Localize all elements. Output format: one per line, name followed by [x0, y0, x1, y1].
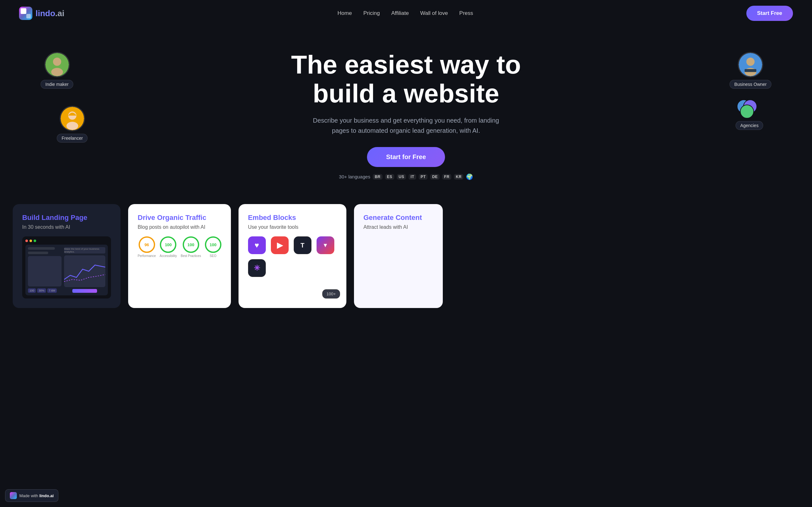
feature-card-generate-content: Generate Content Attract leads with AI: [354, 204, 443, 308]
avatar-agencies: Agencies: [735, 100, 763, 130]
made-with-logo-icon: [10, 492, 17, 499]
landing-page-subtitle: In 30 seconds with AI: [22, 224, 111, 230]
avatar-business-owner-image: [738, 52, 763, 77]
generate-content-subtitle: Attract leads with AI: [363, 224, 433, 230]
nav-press[interactable]: Press: [459, 10, 473, 16]
agencies-avatar-group: [737, 100, 762, 118]
organic-traffic-subtitle: Blog posts on autopilot with AI: [138, 224, 221, 230]
seo-best-practices-score: 100: [183, 236, 199, 253]
stat-3: 7.6M: [47, 288, 57, 293]
seo-performance: 96 Performance: [138, 236, 156, 258]
hero-title: The easiest way to build a website: [291, 50, 521, 107]
mock-cta-bar: [72, 289, 97, 293]
mock-screen: 100 30% 7.6M Make the best of your busin…: [26, 245, 108, 295]
seo-accessibility: 100 Accessibility: [159, 236, 177, 258]
mock-browser: 100 30% 7.6M Make the best of your busin…: [22, 236, 111, 298]
seo-accessibility-score: 100: [160, 236, 176, 253]
seo-performance-label: Performance: [138, 254, 156, 258]
svg-point-7: [746, 58, 755, 66]
seo-best-practices: 100 Best Practices: [181, 236, 201, 258]
seo-seo-label: SEO: [210, 254, 216, 258]
mock-left: 100 30% 7.6M: [28, 247, 61, 293]
nav-pricing[interactable]: Pricing: [363, 10, 380, 16]
seo-accessibility-label: Accessibility: [159, 254, 177, 258]
stat-1: 100: [28, 288, 36, 293]
made-with-text: Made with lindo.ai: [19, 493, 54, 498]
organic-traffic-title: Drive Organic Traffic: [138, 214, 221, 222]
svg-point-1: [53, 58, 61, 66]
svg-point-2: [51, 68, 63, 76]
lang-us: US: [397, 174, 406, 180]
hero-cta-button[interactable]: Start for Free: [367, 147, 445, 167]
feature-card-organic-traffic: Drive Organic Traffic Blog posts on auto…: [128, 204, 231, 308]
seo-seo-score: 100: [205, 236, 221, 253]
embed-icon-heart: ♥: [248, 236, 266, 254]
feature-card-embed-blocks: Embed Blocks Use your favorite tools ♥ ▶…: [239, 204, 346, 308]
avatar-freelancer: Freelancer: [57, 106, 88, 143]
feature-card-landing-page: Build Landing Page In 30 seconds with AI…: [13, 204, 120, 308]
stat-2: 30%: [37, 288, 46, 293]
embed-blocks-title: Embed Blocks: [248, 214, 337, 222]
navbar: lindo.ai Home Pricing Affiliate Wall of …: [0, 0, 812, 26]
languages-prefix: 30+ languages: [339, 174, 370, 179]
mock-browser-bar: [26, 239, 108, 242]
features-section: Build Landing Page In 30 seconds with AI…: [0, 198, 812, 327]
mock-image: [28, 256, 61, 286]
svg-rect-9: [745, 69, 757, 72]
seo-scores: 96 Performance 100 Accessibility 100 Bes…: [138, 236, 221, 258]
logo-icon: [19, 7, 32, 20]
embed-badge-100: 100+: [322, 289, 340, 298]
seo-best-practices-label: Best Practices: [181, 254, 201, 258]
avatar-indie-maker: Indie maker: [41, 52, 73, 89]
embed-icon-youtube: ▶: [271, 236, 289, 254]
embed-blocks-subtitle: Use your favorite tools: [248, 224, 337, 230]
avatar-business-owner: Business Owner: [729, 52, 771, 89]
mock-stats: 100 30% 7.6M: [28, 288, 61, 293]
freelancer-label: Freelancer: [57, 134, 88, 143]
nav-home[interactable]: Home: [338, 10, 352, 16]
nav-links: Home Pricing Affiliate Wall of love Pres…: [338, 10, 473, 16]
dot-green: [34, 239, 36, 242]
embed-icon-type: T: [294, 236, 311, 254]
embed-icons: ♥ ▶ T ▼ ✳: [248, 236, 337, 277]
lang-kr: KR: [454, 174, 463, 180]
lang-es: ES: [385, 174, 394, 180]
dot-red: [26, 239, 28, 242]
indie-maker-label: Indie maker: [41, 80, 73, 89]
mock-right: Make the best of your business analytics…: [64, 247, 105, 293]
nav-affiliate[interactable]: Affiliate: [391, 10, 409, 16]
seo-performance-score: 96: [139, 236, 155, 253]
mock-headline: Make the best of your business analytics…: [64, 247, 105, 253]
landing-page-title: Build Landing Page: [22, 214, 111, 222]
svg-point-5: [66, 122, 78, 130]
avatar-indie-maker-image: [44, 52, 70, 77]
business-owner-label: Business Owner: [729, 80, 771, 89]
logo-text: lindo.ai: [36, 9, 64, 18]
lang-de: DE: [430, 174, 440, 180]
languages-row: 30+ languages BR ES US IT PT DE FR KR 🌍: [339, 173, 473, 180]
lang-it: IT: [409, 174, 416, 180]
nav-cta-button[interactable]: Start Free: [746, 6, 793, 21]
embed-icon-v: ▼: [316, 236, 334, 254]
embed-icon-snowflake: ✳: [248, 259, 266, 277]
dot-yellow: [30, 239, 32, 242]
agencies-label: Agencies: [735, 121, 763, 130]
mock-bar-1: [28, 247, 55, 250]
seo-seo: 100 SEO: [205, 236, 221, 258]
nav-wall-of-love[interactable]: Wall of love: [420, 10, 448, 16]
lang-fr: FR: [442, 174, 451, 180]
made-with-badge: Made with lindo.ai: [5, 489, 58, 502]
mock-bar-2: [28, 251, 48, 254]
hero-subtitle: Describe your business and get everythin…: [308, 115, 504, 135]
mock-chart: [64, 256, 105, 287]
logo[interactable]: lindo.ai: [19, 7, 64, 20]
lang-pt: PT: [419, 174, 427, 180]
globe-icon: 🌍: [466, 173, 473, 180]
avatar-freelancer-image: [60, 106, 85, 131]
lang-br: BR: [373, 174, 382, 180]
generate-content-title: Generate Content: [363, 214, 433, 222]
hero-section: Indie maker Freelancer Business Owner: [0, 26, 812, 198]
